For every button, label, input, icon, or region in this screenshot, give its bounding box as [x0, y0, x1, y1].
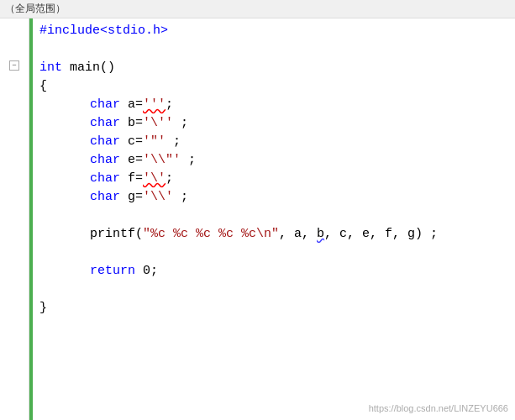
line-char-g: char g='\\' ; — [39, 188, 515, 207]
line-blank3 — [39, 244, 515, 262]
line-char-e: char e='\\"' ; — [39, 151, 515, 170]
line-blank4 — [39, 281, 515, 299]
code-content[interactable]: #include<stdio.h> int main() { char a=''… — [33, 18, 515, 420]
line-char-f: char f='\'; — [39, 170, 515, 188]
watermark: https://blog.csdn.net/LINZEYU666 — [369, 403, 508, 413]
scope-label: （全局范围） — [5, 3, 66, 14]
line-printf: printf("%c %c %c %c %c\n", a, b, c, e, f… — [39, 225, 515, 244]
line-char-c: char c='"' ; — [39, 133, 515, 151]
line-int-main: int main() — [39, 59, 515, 77]
editor-container: （全局范围） − #include<stdio.h> int main() { — [0, 0, 515, 420]
line-char-b: char b='\'' ; — [39, 114, 515, 133]
line-char-a: char a='''; — [39, 96, 515, 114]
line-open-brace: { — [39, 77, 515, 96]
line-include: #include<stdio.h> — [39, 22, 515, 40]
gutter: − — [0, 18, 29, 420]
line-blank2 — [39, 207, 515, 225]
fold-indicator[interactable]: − — [9, 60, 19, 71]
line-return: return 0; — [39, 262, 515, 281]
line-close-brace: } — [39, 299, 515, 318]
code-area: − #include<stdio.h> int main() { char — [0, 18, 515, 420]
scope-bar: （全局范围） — [0, 0, 515, 18]
line-blank1 — [39, 40, 515, 59]
